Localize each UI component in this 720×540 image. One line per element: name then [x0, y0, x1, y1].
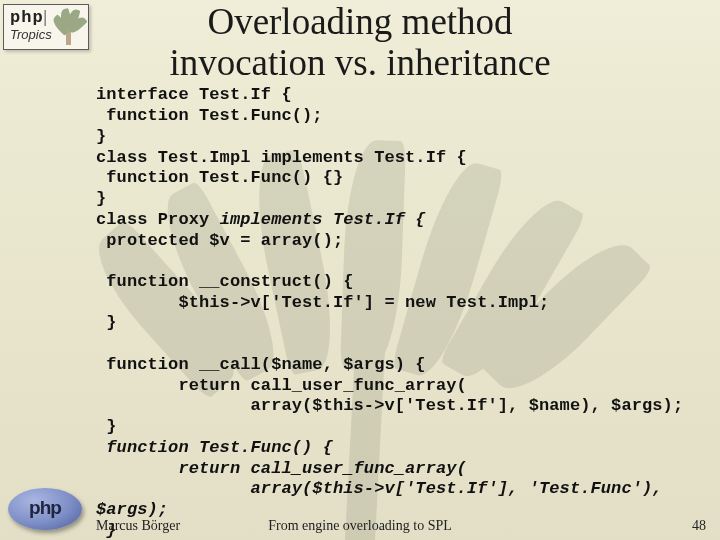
code-block: interface Test.If { function Test.Func()…	[0, 83, 720, 540]
slide-title: Overloading method invocation vs. inheri…	[0, 0, 720, 83]
footer-page-number: 48	[692, 518, 706, 534]
footer-title: From engine overloading to SPL	[0, 518, 720, 534]
corner-logo: php| Tropics	[3, 4, 89, 50]
corner-logo-sep: |	[44, 8, 47, 25]
corner-logo-php: php	[10, 8, 44, 27]
corner-logo-tropics: Tropics	[10, 27, 52, 42]
title-line1: Overloading method	[207, 1, 512, 42]
palm-icon	[56, 9, 82, 47]
php-logo-icon: php	[8, 488, 82, 530]
title-line2: invocation vs. inheritance	[169, 42, 550, 83]
php-logo-text: php	[8, 497, 82, 519]
